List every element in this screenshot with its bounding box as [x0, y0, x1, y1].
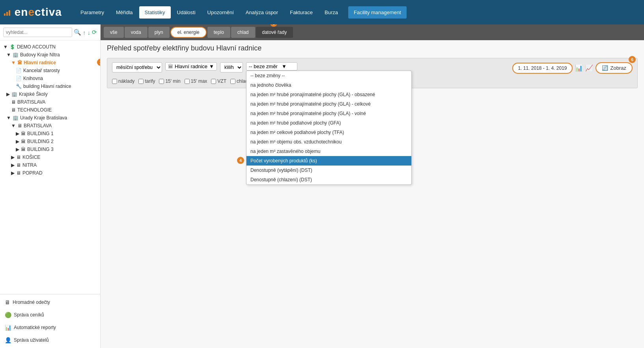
- tree-label: BUILDING 2: [27, 139, 54, 144]
- dropdown-item-9[interactable]: Počet vyrobených produktů (ks) 4: [246, 156, 411, 166]
- 15max-checkbox[interactable]: [185, 79, 190, 84]
- automaticke-reporty-btn[interactable]: 📊 Automatické reporty: [0, 321, 100, 334]
- expand-icon: ▶: [11, 162, 15, 168]
- sprava-uzivatelu-btn[interactable]: 👤 Správa uživatelů: [0, 334, 100, 346]
- bar-chart-icon-btn[interactable]: 📊: [575, 64, 583, 72]
- dropdown-item-7[interactable]: na jeden m³ objemu obs. vzduchotechnikou: [246, 137, 411, 147]
- zobraz-button[interactable]: 🔄 Zobraz 6: [595, 62, 633, 74]
- checkbox-chlad[interactable]: chlad: [230, 78, 248, 84]
- dropdown-item-4[interactable]: na jeden m² hrubé pronajímatelné plochy …: [246, 109, 411, 118]
- logo: enectiva: [4, 6, 62, 18]
- tree-hlavni-radnice[interactable]: ▼ 🏛 Hlavní radnice 1: [0, 59, 100, 67]
- tree-label: BUILDING 1: [27, 131, 54, 136]
- sprava-ceniku-btn[interactable]: 🟢 Správa ceníků: [0, 309, 100, 321]
- monitor-icon: 🖥: [16, 162, 21, 168]
- checkbox-naklady[interactable]: náklady: [112, 78, 134, 84]
- checkbox-tarify[interactable]: tarify: [138, 78, 155, 84]
- expand-icon: ▼: [11, 123, 16, 128]
- nav-statistiky[interactable]: Statistiky: [139, 6, 171, 19]
- tree-knihovna[interactable]: 📄 Knihovna: [0, 74, 100, 82]
- nav-analyza[interactable]: Analýza úspor: [240, 6, 284, 19]
- tree-bratislava1[interactable]: 🖥 BRATISLAVA: [0, 98, 100, 106]
- dropdown-item-1[interactable]: na jednoho člověka: [246, 80, 411, 90]
- tree-bratislava2[interactable]: ▼ 🖥 BRATISLAVA: [0, 122, 100, 130]
- nav-udalosti[interactable]: Události: [172, 6, 201, 19]
- tab-vse[interactable]: vše: [104, 27, 124, 38]
- search-row: 🔍 ↑ ↓ ⟳: [0, 24, 100, 41]
- naklady-checkbox[interactable]: [112, 79, 117, 84]
- checkbox-vzt[interactable]: VZT: [211, 78, 226, 84]
- checkbox-15max[interactable]: 15' max: [185, 78, 207, 84]
- tab-plyn[interactable]: plyn: [148, 27, 170, 38]
- dropdown-item-2[interactable]: na jeden m² hrubé pronajímatelné plochy …: [246, 90, 411, 99]
- refresh-icon[interactable]: ⟳: [92, 29, 97, 36]
- nav-fakturace[interactable]: Fakturace: [284, 6, 318, 19]
- dropdown-item-10[interactable]: Denostupně (vytápění) (DST): [246, 166, 411, 175]
- tree-demo-account[interactable]: ▼ 💲 DEMO ACCOUTN: [0, 43, 100, 51]
- doc-icon: 📄: [16, 68, 22, 73]
- nav-down-icon[interactable]: ↓: [88, 29, 91, 36]
- normalize-dropdown-container: -- beze změr ▼ -- beze změny -- na jedno…: [246, 62, 297, 71]
- nav-up-icon[interactable]: ↑: [83, 29, 86, 36]
- tree-kosice[interactable]: ▶ 🖥 KOŠICE: [0, 153, 100, 161]
- building-selector[interactable]: 🏛 Hlavní radnice ▼: [165, 62, 217, 71]
- tab-voda[interactable]: voda: [125, 27, 147, 38]
- refresh-small-icon: 🔄: [602, 65, 608, 71]
- annotation-4: 4: [237, 157, 244, 164]
- wrench-icon: 🔧: [16, 84, 22, 89]
- zobraz-label: Zobraz: [610, 65, 626, 71]
- dropdown-arrow-icon: ▼: [209, 63, 214, 69]
- tree-building2[interactable]: ▶ 🏛 BUILDING 2: [0, 138, 100, 145]
- tab-datove-rady[interactable]: datové řady: [256, 27, 293, 38]
- nav-parametry[interactable]: Parametry: [75, 6, 110, 19]
- tree-building3[interactable]: ▶ 🏛 BUILDING 3: [0, 145, 100, 153]
- normalize-dropdown-menu: -- beze změny -- na jednoho člověka na j…: [246, 71, 412, 185]
- hromadne-odecty-btn[interactable]: 🖥 Hromadné odečty: [0, 296, 100, 309]
- nav-facility[interactable]: Facility management: [348, 6, 407, 19]
- nav-burza[interactable]: Burza: [319, 6, 343, 19]
- building3-icon: 🏛: [21, 139, 26, 144]
- pricelist-icon: 🟢: [5, 312, 11, 318]
- tree-kancelar[interactable]: 📄 Kancelař starosty: [0, 67, 100, 74]
- nav-meridla[interactable]: Měřidla: [110, 6, 138, 19]
- doc-icon: 📄: [16, 76, 22, 81]
- monitor-icon: 🖥: [16, 154, 21, 160]
- tree-label: NITRA: [22, 162, 37, 168]
- tree-technologie[interactable]: 🖥 TECHNOLOGIE: [0, 106, 100, 114]
- tree-building-hlavni[interactable]: 🔧 building Hlavní radnice: [0, 82, 100, 90]
- search-input[interactable]: [3, 28, 72, 37]
- normalize-select[interactable]: -- beze změr ▼: [246, 62, 297, 71]
- annotation-6: 6: [629, 56, 636, 63]
- dropdown-item-8[interactable]: na jeden m³ zastavěného objemu: [246, 147, 411, 156]
- line-chart-icon-btn[interactable]: 📈: [585, 64, 593, 72]
- dropdown-item-3[interactable]: na jeden m² hrubé pronajímatelné plochy …: [246, 99, 411, 109]
- tree-label: BRATISLAVA: [24, 123, 52, 128]
- tab-el-energie[interactable]: el. energie: [170, 27, 207, 38]
- vzt-checkbox[interactable]: [211, 79, 216, 84]
- dropdown-item-5[interactable]: na jeden m² hrubé podlahové plochy (GFA): [246, 118, 411, 128]
- tab-chlad[interactable]: chlad: [231, 27, 255, 38]
- tree-urady-kraje[interactable]: ▼ 🏢 Urady Kraje Bratislava: [0, 114, 100, 122]
- tree-label: Knihovna: [23, 76, 43, 81]
- tree-nitra[interactable]: ▶ 🖥 NITRA: [0, 161, 100, 169]
- dropdown-item-0[interactable]: -- beze změny --: [246, 71, 411, 80]
- nav-upozorneni[interactable]: Upozornění: [202, 6, 239, 19]
- tarify-checkbox[interactable]: [138, 79, 144, 84]
- dropdown-item-6[interactable]: na jeden m² celkové podlahové plochy (TF…: [246, 128, 411, 137]
- tree-poprad[interactable]: ▶ 🖥 POPRAD: [0, 169, 100, 177]
- dropdown-item-11[interactable]: Denostupně (chlazení) (DST): [246, 175, 411, 184]
- chlad-checkbox[interactable]: [230, 79, 235, 84]
- tree-krajske-skoly[interactable]: ▶ 🏢 Krajské Školy: [0, 90, 100, 98]
- tree-budovy-kraje[interactable]: ▼ 🏢 Budovy Kraje NItra: [0, 51, 100, 59]
- date-range-picker[interactable]: 1. 11. 2018 - 1. 4. 2019: [512, 63, 572, 74]
- selected-item-label: Počet vyrobených produktů (ks): [250, 158, 317, 164]
- building-icon: 🏢: [11, 91, 17, 97]
- search-icon-button[interactable]: 🔍: [74, 29, 81, 36]
- tree-building1[interactable]: ▶ 🏛 BUILDING 1: [0, 130, 100, 138]
- period-select[interactable]: měsíční spotřebu: [112, 62, 162, 73]
- tree-label: Kancelař starosty: [23, 68, 60, 73]
- checkbox-15min[interactable]: 15' min: [159, 78, 180, 84]
- unit-select[interactable]: kWh: [220, 62, 243, 73]
- tab-teplo[interactable]: teplo: [207, 27, 230, 38]
- 15min-checkbox[interactable]: [159, 79, 164, 84]
